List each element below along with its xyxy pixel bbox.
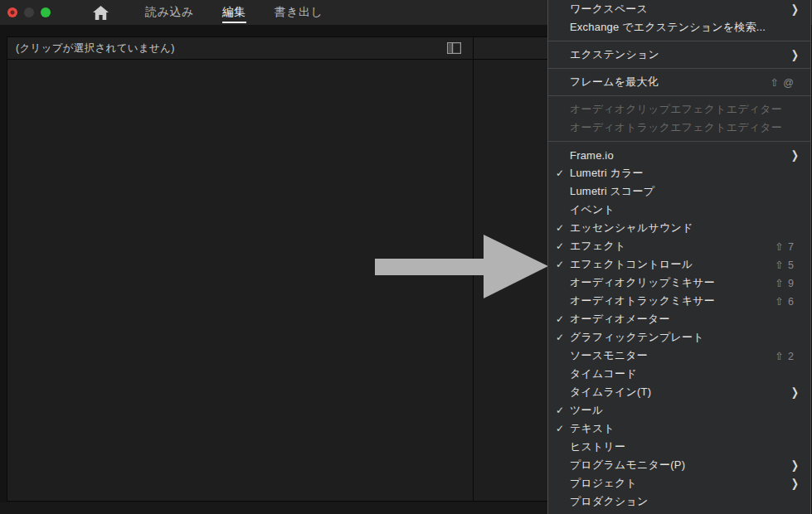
menu-item-shortcut: ⇧ 5 (775, 259, 795, 271)
submenu-arrow-icon: ❯ (791, 386, 799, 399)
effect-controls-panel: (クリップが選択されていません) (7, 36, 474, 502)
submenu-arrow-icon: ❯ (791, 48, 799, 61)
menu-separator (548, 141, 810, 142)
menu-item-program-monitor[interactable]: プログラムモニター(P)❯ (548, 456, 810, 474)
menu-item-history[interactable]: ヒストリー (548, 438, 810, 456)
menu-item-label: ソースモニター (570, 348, 765, 363)
menu-item-essential-sound[interactable]: ✓エッセンシャルサウンド (548, 219, 810, 237)
menu-item-effects[interactable]: ✓エフェクト⇧ 7 (548, 237, 810, 255)
menu-item-extensions[interactable]: エクステンション❯ (548, 46, 810, 64)
adjacent-panel-header (474, 37, 547, 60)
menu-item-label: エフェクトコントロール (570, 257, 765, 272)
submenu-arrow-icon: ❯ (791, 2, 799, 16)
menu-item-label: ヒストリー (570, 439, 799, 454)
submenu-arrow-icon: ❯ (791, 458, 799, 472)
menu-item-shortcut: ⇧ 9 (775, 277, 795, 289)
menu-item-graphic-templates[interactable]: ✓グラフィックテンプレート (548, 328, 810, 347)
menu-item-timeline[interactable]: タイムライン(T)❯ (548, 383, 810, 401)
menu-separator (548, 68, 810, 69)
menu-item-shortcut: ⇧ 6 (775, 295, 795, 308)
menu-separator (548, 95, 810, 96)
menu-item-source-monitor[interactable]: ソースモニター⇧ 2 (548, 347, 810, 365)
checkmark-icon: ✓ (554, 167, 570, 179)
checkmark-icon: ✓ (554, 240, 570, 252)
panel-status-text: (クリップが選択されていません) (16, 41, 175, 56)
menu-item-audio-clip-effect-editor: オーディオクリップエフェクトエディター (548, 100, 810, 119)
checkmark-icon: ✓ (554, 313, 570, 325)
menu-item-timecode[interactable]: タイムコード (548, 365, 810, 383)
menu-item-lumetri-scopes[interactable]: Lumetri スコープ (548, 182, 810, 201)
menu-item-label: オーディオクリップミキサー (570, 275, 765, 290)
menu-item-label: プログラムモニター(P) (570, 458, 781, 473)
checkmark-icon: ✓ (554, 332, 570, 343)
menu-item-frame-io[interactable]: Frame.io❯ (548, 146, 810, 164)
checkmark-icon: ✓ (554, 259, 570, 270)
menu-item-label: グラフィックテンプレート (570, 330, 799, 345)
checkmark-icon: ✓ (554, 405, 570, 416)
menu-item-project[interactable]: プロジェクト❯ (548, 474, 810, 492)
menu-item-shortcut: ⇧ 7 (775, 240, 795, 253)
menu-item-label: オーディオクリップエフェクトエディター (570, 102, 799, 117)
menu-item-text[interactable]: ✓テキスト (548, 419, 810, 438)
traffic-lights (0, 7, 66, 17)
menu-item-label: オーディオメーター (570, 312, 799, 327)
minimize-button[interactable] (24, 7, 34, 17)
menu-separator (548, 41, 810, 41)
menu-item-label: オーディオトラックエフェクトエディター (570, 120, 799, 135)
menu-item-audio-meters[interactable]: ✓オーディオメーター (548, 310, 810, 328)
checkmark-icon: ✓ (554, 222, 570, 234)
menu-item-label: ツール (570, 403, 799, 418)
menu-item-label: エフェクト (570, 239, 765, 254)
menu-item-shortcut: ⇧ @ (770, 76, 795, 89)
menu-item-workspace[interactable]: ワークスペース❯ (548, 0, 810, 18)
menu-item-shortcut: ⇧ 2 (775, 350, 795, 362)
menu-item-production[interactable]: プロダクション (548, 492, 810, 511)
menu-item-label: タイムライン(T) (570, 385, 781, 400)
panel-empty-body (7, 61, 473, 501)
menu-item-label: プロダクション (570, 494, 799, 509)
menu-item-label: オーディオトラックミキサー (570, 293, 765, 308)
menu-item-audio-clip-mixer[interactable]: オーディオクリップミキサー⇧ 9 (548, 274, 810, 292)
menu-item-label: ワークスペース (570, 2, 781, 17)
panel-header: (クリップが選択されていません) (7, 37, 473, 60)
menu-item-label: Exchange でエクステンションを検索... (570, 20, 799, 35)
mode-tabs: 読み込み編集書き出し (134, 0, 333, 25)
tab-export[interactable]: 書き出し (264, 0, 334, 25)
menu-item-label: エッセンシャルサウンド (570, 221, 799, 235)
tab-import[interactable]: 読み込み (134, 0, 205, 25)
menu-item-label: フレームを最大化 (570, 75, 760, 90)
adjacent-panel (474, 36, 548, 502)
menu-item-label: テキスト (570, 421, 799, 436)
menu-item-label: タイムコード (570, 366, 799, 381)
panel-split-icon (447, 42, 461, 54)
menu-item-label: Lumetri スコープ (570, 184, 799, 199)
menu-item-find-extensions-exchange[interactable]: Exchange でエクステンションを検索... (548, 18, 810, 36)
home-button[interactable] (86, 0, 114, 25)
menu-item-maximize-frame[interactable]: フレームを最大化⇧ @ (548, 73, 810, 91)
menu-item-audio-track-mixer[interactable]: オーディオトラックミキサー⇧ 6 (548, 292, 810, 310)
panel-layout-button[interactable] (447, 42, 461, 54)
home-icon (93, 6, 109, 20)
window-menu: ワークスペース❯Exchange でエクステンションを検索...エクステンション… (547, 0, 811, 514)
submenu-arrow-icon: ❯ (791, 148, 799, 162)
menu-item-lumetri-color[interactable]: ✓Lumetri カラー (548, 164, 810, 182)
menu-item-effect-controls[interactable]: ✓エフェクトコントロール⇧ 5 (548, 255, 810, 274)
tab-edit[interactable]: 編集 (212, 0, 257, 25)
adjacent-panel-body (474, 61, 547, 501)
menu-item-label: Frame.io (570, 149, 781, 162)
zoom-button[interactable] (41, 7, 51, 17)
menu-item-label: イベント (570, 202, 799, 217)
menu-item-audio-track-effect-editor: オーディオトラックエフェクトエディター (548, 119, 810, 137)
menu-item-events[interactable]: イベント (548, 201, 810, 219)
menu-item-label: エクステンション (570, 47, 781, 62)
menu-item-tools[interactable]: ✓ツール (548, 401, 810, 419)
submenu-arrow-icon: ❯ (791, 477, 799, 490)
menu-item-label: プロジェクト (570, 476, 781, 491)
window-bottom-strip (0, 502, 547, 514)
checkmark-icon: ✓ (554, 423, 570, 434)
close-button[interactable] (7, 7, 17, 17)
menu-item-label: Lumetri カラー (570, 166, 799, 181)
